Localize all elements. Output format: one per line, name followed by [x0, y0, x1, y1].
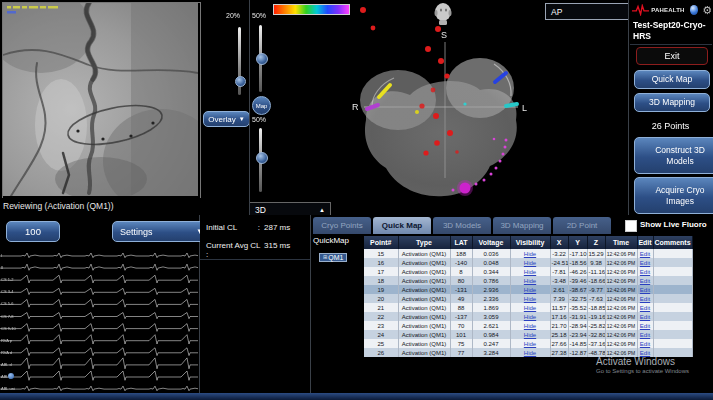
cell-comments [653, 312, 692, 321]
quick-map-button[interactable]: Quick Map [634, 70, 710, 89]
table-row[interactable]: 21Activation (QM1)881.869Hide11.57-35.52… [364, 303, 692, 312]
table-row[interactable]: 16Activation (QM1)-1400.048Hide-24.51-18… [364, 258, 692, 267]
heart-model-canvas[interactable]: S R L [248, 0, 628, 215]
hide-link[interactable]: Hide [524, 332, 536, 338]
taskbar-strip[interactable] [0, 393, 713, 400]
edit-link[interactable]: Edit [640, 350, 650, 356]
cell-point: 17 [364, 267, 398, 276]
ecg-waveform-panel[interactable]: IIICS 1-2CS 3-4CS 5-6CS 7-8CS 9-10RVA pR… [0, 249, 200, 393]
globe-icon[interactable] [690, 5, 699, 15]
edit-link[interactable]: Edit [640, 332, 650, 338]
table-row[interactable]: 20Activation (QM1)492.336Hide7.39-32.75-… [364, 294, 692, 303]
3d-mapping-button[interactable]: 3D Mapping [634, 93, 710, 112]
tab-2d-point[interactable]: 2D Point [553, 217, 611, 234]
col-voltage[interactable]: Voltage [472, 236, 510, 249]
hide-link[interactable]: Hide [524, 269, 536, 275]
cell-time: 12:42:06 PM [605, 258, 637, 267]
edit-link[interactable]: Edit [640, 260, 650, 266]
cell-visibility: Hide [510, 285, 550, 294]
col-z[interactable]: Z [587, 236, 605, 249]
hide-link[interactable]: Hide [524, 296, 536, 302]
table-row[interactable]: 18Activation (QM1)800.786Hide-3.48-39.46… [364, 276, 692, 285]
hide-link[interactable]: Hide [524, 287, 536, 293]
construct-3d-models-label: Construct 3D Models [643, 145, 713, 166]
overlay-dropdown[interactable]: Overlay ▼ [203, 111, 250, 127]
edit-link[interactable]: Edit [640, 341, 650, 347]
edit-link[interactable]: Edit [640, 314, 650, 320]
tree-item-qm1[interactable]: ⊞ QM1 [319, 253, 347, 262]
cell-x: -24.51 [550, 258, 568, 267]
hide-link[interactable]: Hide [524, 260, 536, 266]
table-row[interactable]: 25Activation (QM1)750.247Hide27.66-14.85… [364, 339, 692, 348]
table-row[interactable]: 17Activation (QM1)80.344Hide-7.81-46.26-… [364, 267, 692, 276]
cell-x: 27.38 [550, 348, 568, 357]
col-time[interactable]: Time [605, 236, 637, 249]
cell-y: -17.10 [568, 249, 587, 258]
gear-icon[interactable]: ⚙ [702, 5, 712, 15]
cell-z: -7.63 [587, 294, 605, 303]
cell-voltage: 2.336 [472, 294, 510, 303]
cell-point: 25 [364, 339, 398, 348]
cell-y: -23.94 [568, 330, 587, 339]
cell-time: 12:42:06 PM [605, 312, 637, 321]
edit-link[interactable]: Edit [640, 269, 650, 275]
col-x[interactable]: X [550, 236, 568, 249]
ecg-channel-label: ABL d [1, 362, 12, 367]
table-row[interactable]: 24Activation (QM1)1010.984Hide25.18-23.9… [364, 330, 692, 339]
hide-link[interactable]: Hide [524, 305, 536, 311]
table-row[interactable]: 15Activation (QM1)1880.036Hide-3.22-17.1… [364, 249, 692, 258]
tab-3d-models[interactable]: 3D Models [433, 217, 491, 234]
tab-3d-mapping[interactable]: 3D Mapping [493, 217, 551, 234]
cell-z: -32.80 [587, 330, 605, 339]
tab-cryo-points[interactable]: Cryo Points [313, 217, 371, 234]
hide-link[interactable]: Hide [524, 350, 536, 356]
col-lat[interactable]: LAT [450, 236, 472, 249]
watermark-line1: Activate Windows [596, 356, 711, 367]
initial-cl-value: 287 ms [264, 223, 306, 232]
show-live-fluoro-checkbox[interactable] [625, 220, 637, 232]
col-edit[interactable]: Edit [637, 236, 653, 249]
exit-button[interactable]: Exit [636, 47, 708, 65]
cell-time: 12:42:06 PM [605, 276, 637, 285]
col-point[interactable]: Point# [364, 236, 398, 249]
construct-3d-models-button[interactable]: Construct 3D Models [634, 137, 713, 174]
edit-link[interactable]: Edit [640, 278, 650, 284]
brand-name: PAHEALTH [651, 7, 684, 13]
col-type[interactable]: Type [398, 236, 450, 249]
sweep-speed-button[interactable]: 100 [6, 221, 60, 242]
cell-point: 20 [364, 294, 398, 303]
hide-link[interactable]: Hide [524, 314, 536, 320]
cell-z: 9.38 [587, 258, 605, 267]
edit-link[interactable]: Edit [640, 305, 650, 311]
cell-visibility: Hide [510, 339, 550, 348]
col-y[interactable]: Y [568, 236, 587, 249]
show-live-fluoro-label: Show Live Fluoro [640, 220, 707, 229]
tree-expander-icon[interactable]: ⊞ [323, 254, 327, 260]
table-row[interactable]: 22Activation (QM1)-1373.059Hide17.16-31.… [364, 312, 692, 321]
col-visibility[interactable]: Visibility [510, 236, 550, 249]
hide-link[interactable]: Hide [524, 323, 536, 329]
cell-time: 12:42:06 PM [605, 294, 637, 303]
tree-root-quickmap[interactable]: QuickMap [313, 236, 363, 245]
table-row[interactable]: 19Activation (QM1)-1312.936Hide2.61-38.6… [364, 285, 692, 294]
cell-x: 17.16 [550, 312, 568, 321]
fluoro-opacity-slider-thumb[interactable] [235, 76, 246, 87]
edit-link[interactable]: Edit [640, 287, 650, 293]
col-comments[interactable]: Comments [653, 236, 692, 249]
edit-link[interactable]: Edit [640, 251, 650, 257]
table-row[interactable]: 23Activation (QM1)702.621Hide21.70-28.94… [364, 321, 692, 330]
cell-y: -31.91 [568, 312, 587, 321]
hide-link[interactable]: Hide [524, 278, 536, 284]
hide-link[interactable]: Hide [524, 251, 536, 257]
activate-windows-watermark: Activate Windows Go to Settings to activ… [596, 356, 711, 374]
edit-link[interactable]: Edit [640, 323, 650, 329]
edit-link[interactable]: Edit [640, 296, 650, 302]
sweep-speed-value: 100 [25, 226, 41, 237]
fluoroscopy-image[interactable] [2, 2, 201, 199]
acquire-cryo-images-button[interactable]: Acquire Cryo Images [634, 177, 713, 214]
tab-quick-map[interactable]: Quick Map [373, 217, 431, 234]
ecg-settings-dropdown[interactable]: Settings ▼ [112, 221, 212, 242]
hide-link[interactable]: Hide [524, 341, 536, 347]
cell-visibility: Hide [510, 258, 550, 267]
orientation-head-icon [435, 3, 452, 25]
